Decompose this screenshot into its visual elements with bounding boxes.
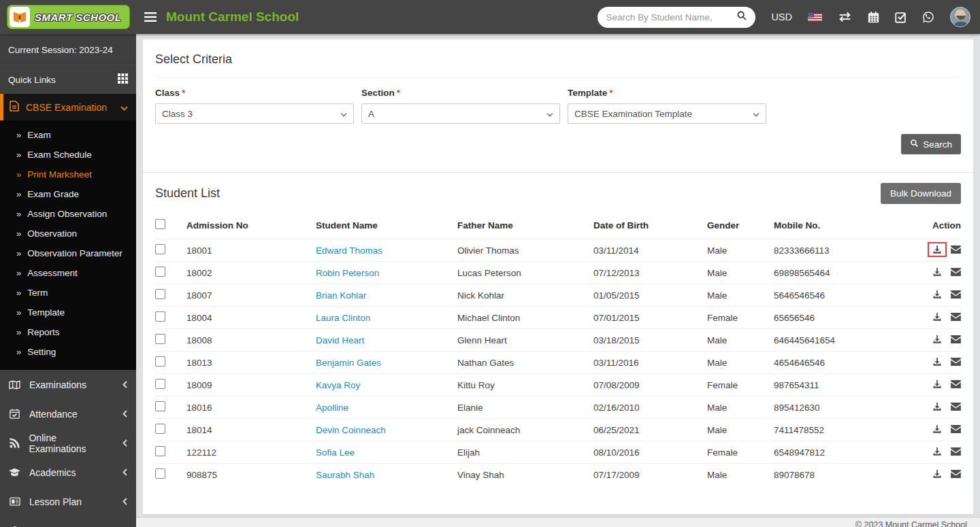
submenu-item-template[interactable]: »Template xyxy=(0,303,136,322)
sidebar-item-human-resource[interactable]: Human Resource xyxy=(0,516,136,527)
envelope-icon[interactable] xyxy=(951,470,961,478)
criteria-field: Class* Class 3 xyxy=(155,88,354,124)
search-icon[interactable] xyxy=(736,10,747,24)
quick-links-label: Quick Links xyxy=(8,75,56,85)
sidebar-item-academics[interactable]: Academics xyxy=(0,458,136,487)
row-checkbox[interactable] xyxy=(155,424,165,434)
currency-label[interactable]: USD xyxy=(771,12,792,22)
table-row: 18014 Devin Coinneach jack Coinneach 06/… xyxy=(155,419,961,441)
criteria-form: Class* Class 3 Section* A Template* CBSE… xyxy=(155,78,961,124)
column-header-date-of-birth: Date of Birth xyxy=(593,213,707,239)
search-input[interactable] xyxy=(606,12,736,22)
download-icon[interactable] xyxy=(932,402,942,411)
student-name-link[interactable]: Apolline xyxy=(316,403,348,413)
download-icon[interactable] xyxy=(932,312,942,322)
column-header-admission-no: Admission No xyxy=(186,213,316,239)
student-name-link[interactable]: Devin Coinneach xyxy=(316,425,386,435)
submenu-item-observation-parameter[interactable]: »Observation Parameter xyxy=(0,243,136,263)
submenu-item-reports[interactable]: »Reports xyxy=(0,322,136,342)
row-checkbox[interactable] xyxy=(155,469,165,479)
student-name-link[interactable]: Robin Peterson xyxy=(316,268,379,278)
template-select[interactable]: CBSE Examination Template xyxy=(568,103,766,124)
envelope-icon[interactable] xyxy=(951,290,961,299)
section-select[interactable]: A xyxy=(361,103,560,124)
class-select[interactable]: Class 3 xyxy=(155,103,354,124)
student-name-link[interactable]: Sofia Lee xyxy=(316,447,355,458)
download-icon[interactable] xyxy=(932,379,942,389)
row-checkbox[interactable] xyxy=(155,289,165,299)
download-icon[interactable] xyxy=(932,447,942,456)
row-checkbox[interactable] xyxy=(155,334,165,344)
student-search-box[interactable] xyxy=(598,7,755,28)
submenu-item-exam-grade[interactable]: »Exam Grade xyxy=(0,184,136,204)
envelope-icon[interactable] xyxy=(951,335,961,343)
row-checkbox[interactable] xyxy=(155,446,165,456)
bulk-download-button[interactable]: Bulk Download xyxy=(881,183,961,204)
task-check-icon[interactable] xyxy=(895,12,906,23)
envelope-icon[interactable] xyxy=(951,358,961,366)
envelope-icon[interactable] xyxy=(951,268,961,276)
table-row: 122112 Sofia Lee Elijah 08/10/2016 Femal… xyxy=(155,441,961,464)
download-icon[interactable] xyxy=(932,424,942,434)
quick-links[interactable]: Quick Links xyxy=(0,65,136,94)
content-card: Select Criteria Class* Class 3 Section* … xyxy=(143,39,973,514)
user-avatar[interactable] xyxy=(950,7,970,27)
submenu-item-exam-schedule[interactable]: »Exam Schedule xyxy=(0,145,136,165)
student-name-link[interactable]: Benjamin Gates xyxy=(316,358,381,368)
envelope-icon[interactable] xyxy=(951,313,961,321)
envelope-icon[interactable] xyxy=(951,447,961,456)
student-name-link[interactable]: David Heart xyxy=(316,335,364,345)
menu-icon[interactable] xyxy=(144,12,157,22)
submenu-item-observation[interactable]: »Observation xyxy=(0,224,136,243)
app-logo[interactable]: SMART SCHOOL xyxy=(0,0,136,34)
row-checkbox[interactable] xyxy=(155,311,165,322)
download-icon[interactable] xyxy=(932,290,942,299)
download-icon[interactable] xyxy=(932,245,942,254)
download-icon[interactable] xyxy=(932,335,942,344)
envelope-icon[interactable] xyxy=(951,403,961,411)
submenu-item-assign-observation[interactable]: »Assign Observation xyxy=(0,204,136,224)
column-header-student-name: Student Name xyxy=(316,213,457,239)
angle-double-icon: » xyxy=(16,189,21,199)
submenu-item-assessment[interactable]: »Assessment xyxy=(0,263,136,283)
grid-icon[interactable] xyxy=(118,73,128,86)
submenu-item-exam[interactable]: »Exam xyxy=(0,125,136,145)
us-flag-icon[interactable] xyxy=(808,13,822,22)
sidebar-item-online-examinations[interactable]: Online Examinations xyxy=(0,428,136,458)
student-list-title: Student List xyxy=(155,186,220,201)
submenu-item-setting[interactable]: »Setting xyxy=(0,342,136,362)
sidebar-item-examinations[interactable]: Examinations xyxy=(0,370,136,399)
select-all-checkbox[interactable] xyxy=(155,219,165,229)
submenu-item-term[interactable]: »Term xyxy=(0,283,136,303)
sidebar-item-attendance[interactable]: Attendance xyxy=(0,399,136,428)
row-checkbox[interactable] xyxy=(155,267,165,277)
envelope-icon[interactable] xyxy=(951,245,961,254)
calendar-icon[interactable] xyxy=(868,12,879,23)
required-asterisk: * xyxy=(609,88,612,98)
student-name-link[interactable]: Edward Thomas xyxy=(316,245,382,256)
download-icon[interactable] xyxy=(932,267,942,277)
download-icon[interactable] xyxy=(932,469,942,479)
download-icon[interactable] xyxy=(932,357,942,367)
envelope-icon[interactable] xyxy=(951,380,961,388)
search-button[interactable]: Search xyxy=(901,134,961,154)
envelope-icon[interactable] xyxy=(951,425,961,433)
sidebar-item-cbse-examination[interactable]: CBSE Examination xyxy=(0,94,136,120)
whatsapp-icon[interactable] xyxy=(922,11,934,23)
row-checkbox[interactable] xyxy=(155,379,165,389)
select-criteria-title: Select Criteria xyxy=(155,39,961,78)
row-checkbox[interactable] xyxy=(155,401,165,411)
row-checkbox[interactable] xyxy=(155,356,165,367)
student-name-link[interactable]: Kavya Roy xyxy=(316,380,360,390)
rss-icon xyxy=(9,438,20,448)
student-name-link[interactable]: Laura Clinton xyxy=(316,313,370,323)
angle-double-icon: » xyxy=(16,169,21,180)
sidebar-menu: Examinations Attendance Online Examinati… xyxy=(0,370,136,527)
sidebar-item-lesson-plan[interactable]: Lesson Plan xyxy=(0,487,136,516)
row-checkbox[interactable] xyxy=(155,244,165,254)
submenu-item-print-marksheet[interactable]: »Print Marksheet xyxy=(0,165,136,184)
student-name-link[interactable]: Brian Kohlar xyxy=(316,290,366,301)
student-name-link[interactable]: Saurabh Shah xyxy=(316,470,374,480)
chevron-left-icon xyxy=(122,379,127,390)
swap-icon[interactable] xyxy=(838,12,852,22)
